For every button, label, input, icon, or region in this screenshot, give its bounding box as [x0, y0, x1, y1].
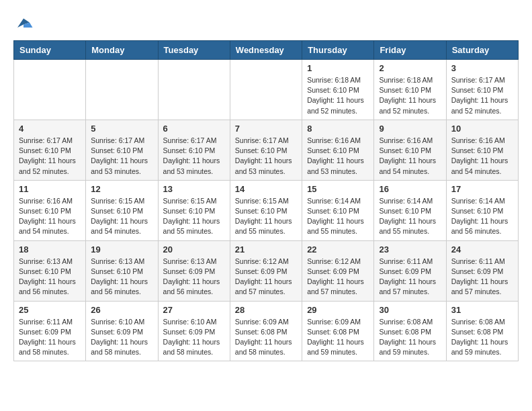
logo — [13, 13, 36, 34]
day-info: Sunrise: 6:17 AM Sunset: 6:10 PM Dayligh… — [19, 136, 81, 177]
day-info: Sunrise: 6:13 AM Sunset: 6:09 PM Dayligh… — [163, 257, 225, 298]
calendar-cell: 16Sunrise: 6:14 AM Sunset: 6:10 PM Dayli… — [374, 180, 446, 240]
day-info: Sunrise: 6:18 AM Sunset: 6:10 PM Dayligh… — [307, 75, 369, 116]
weekday-header-sunday: Sunday — [14, 41, 86, 60]
logo-bird-icon — [13, 13, 34, 34]
calendar-week-row: 18Sunrise: 6:13 AM Sunset: 6:10 PM Dayli… — [14, 240, 519, 301]
day-number: 28 — [235, 305, 297, 315]
day-number: 30 — [379, 305, 441, 315]
day-number: 26 — [91, 305, 152, 315]
day-info: Sunrise: 6:15 AM Sunset: 6:10 PM Dayligh… — [235, 196, 297, 237]
day-number: 3 — [451, 63, 513, 73]
day-info: Sunrise: 6:16 AM Sunset: 6:10 PM Dayligh… — [19, 196, 81, 237]
day-number: 16 — [379, 184, 441, 194]
day-number: 29 — [307, 305, 369, 315]
day-number: 7 — [235, 124, 297, 134]
weekday-header-friday: Friday — [374, 41, 446, 60]
calendar-cell: 6Sunrise: 6:17 AM Sunset: 6:10 PM Daylig… — [158, 120, 230, 180]
calendar-cell: 10Sunrise: 6:16 AM Sunset: 6:10 PM Dayli… — [446, 120, 518, 180]
weekday-header-saturday: Saturday — [446, 41, 518, 60]
day-number: 11 — [19, 184, 81, 194]
calendar-table: SundayMondayTuesdayWednesdayThursdayFrid… — [13, 40, 519, 361]
calendar-cell: 7Sunrise: 6:17 AM Sunset: 6:10 PM Daylig… — [230, 120, 302, 180]
calendar-cell: 28Sunrise: 6:09 AM Sunset: 6:08 PM Dayli… — [230, 301, 302, 361]
day-number: 14 — [235, 184, 297, 194]
calendar-week-row: 25Sunrise: 6:11 AM Sunset: 6:09 PM Dayli… — [14, 301, 519, 361]
calendar-cell: 24Sunrise: 6:11 AM Sunset: 6:09 PM Dayli… — [446, 240, 518, 301]
day-number: 17 — [451, 184, 513, 194]
day-info: Sunrise: 6:13 AM Sunset: 6:10 PM Dayligh… — [91, 257, 152, 298]
day-number: 9 — [379, 124, 441, 134]
weekday-header-wednesday: Wednesday — [230, 41, 302, 60]
calendar-cell: 26Sunrise: 6:10 AM Sunset: 6:09 PM Dayli… — [86, 301, 158, 361]
day-info: Sunrise: 6:10 AM Sunset: 6:09 PM Dayligh… — [91, 317, 152, 358]
weekday-header-thursday: Thursday — [302, 41, 374, 60]
day-number: 18 — [19, 244, 81, 255]
day-number: 6 — [163, 124, 225, 134]
day-number: 21 — [235, 244, 297, 255]
page-header — [13, 13, 519, 34]
calendar-week-row: 11Sunrise: 6:16 AM Sunset: 6:10 PM Dayli… — [14, 180, 519, 240]
day-number: 8 — [307, 124, 369, 134]
day-number: 22 — [307, 244, 369, 255]
calendar-cell: 11Sunrise: 6:16 AM Sunset: 6:10 PM Dayli… — [14, 180, 86, 240]
calendar-cell — [14, 60, 86, 120]
day-info: Sunrise: 6:11 AM Sunset: 6:09 PM Dayligh… — [451, 257, 513, 298]
day-info: Sunrise: 6:13 AM Sunset: 6:10 PM Dayligh… — [19, 257, 81, 298]
day-number: 2 — [379, 63, 441, 73]
day-info: Sunrise: 6:11 AM Sunset: 6:09 PM Dayligh… — [19, 317, 81, 358]
calendar-cell: 1Sunrise: 6:18 AM Sunset: 6:10 PM Daylig… — [302, 60, 374, 120]
calendar-body: 1Sunrise: 6:18 AM Sunset: 6:10 PM Daylig… — [14, 60, 519, 361]
calendar-cell: 21Sunrise: 6:12 AM Sunset: 6:09 PM Dayli… — [230, 240, 302, 301]
day-info: Sunrise: 6:15 AM Sunset: 6:10 PM Dayligh… — [91, 196, 152, 237]
calendar-cell: 30Sunrise: 6:08 AM Sunset: 6:08 PM Dayli… — [374, 301, 446, 361]
weekday-header-tuesday: Tuesday — [158, 41, 230, 60]
calendar-cell: 2Sunrise: 6:18 AM Sunset: 6:10 PM Daylig… — [374, 60, 446, 120]
day-info: Sunrise: 6:17 AM Sunset: 6:10 PM Dayligh… — [235, 136, 297, 177]
day-info: Sunrise: 6:14 AM Sunset: 6:10 PM Dayligh… — [451, 196, 513, 237]
day-number: 12 — [91, 184, 152, 194]
calendar-cell: 8Sunrise: 6:16 AM Sunset: 6:10 PM Daylig… — [302, 120, 374, 180]
day-info: Sunrise: 6:16 AM Sunset: 6:10 PM Dayligh… — [307, 136, 369, 177]
day-number: 25 — [19, 305, 81, 315]
day-info: Sunrise: 6:14 AM Sunset: 6:10 PM Dayligh… — [307, 196, 369, 237]
calendar-cell: 27Sunrise: 6:10 AM Sunset: 6:09 PM Dayli… — [158, 301, 230, 361]
calendar-cell — [158, 60, 230, 120]
day-number: 15 — [307, 184, 369, 194]
calendar-cell — [86, 60, 158, 120]
day-number: 19 — [91, 244, 152, 255]
calendar-cell: 29Sunrise: 6:09 AM Sunset: 6:08 PM Dayli… — [302, 301, 374, 361]
calendar-cell: 23Sunrise: 6:11 AM Sunset: 6:09 PM Dayli… — [374, 240, 446, 301]
day-number: 20 — [163, 244, 225, 255]
day-number: 5 — [91, 124, 152, 134]
calendar-cell: 20Sunrise: 6:13 AM Sunset: 6:09 PM Dayli… — [158, 240, 230, 301]
day-info: Sunrise: 6:17 AM Sunset: 6:10 PM Dayligh… — [163, 136, 225, 177]
calendar-header: SundayMondayTuesdayWednesdayThursdayFrid… — [14, 41, 519, 60]
calendar-cell: 14Sunrise: 6:15 AM Sunset: 6:10 PM Dayli… — [230, 180, 302, 240]
calendar-week-row: 4Sunrise: 6:17 AM Sunset: 6:10 PM Daylig… — [14, 120, 519, 180]
day-number: 24 — [451, 244, 513, 255]
calendar-cell: 22Sunrise: 6:12 AM Sunset: 6:09 PM Dayli… — [302, 240, 374, 301]
day-info: Sunrise: 6:17 AM Sunset: 6:10 PM Dayligh… — [91, 136, 152, 177]
day-number: 13 — [163, 184, 225, 194]
calendar-cell: 13Sunrise: 6:15 AM Sunset: 6:10 PM Dayli… — [158, 180, 230, 240]
calendar-cell: 9Sunrise: 6:16 AM Sunset: 6:10 PM Daylig… — [374, 120, 446, 180]
calendar-cell: 17Sunrise: 6:14 AM Sunset: 6:10 PM Dayli… — [446, 180, 518, 240]
calendar-week-row: 1Sunrise: 6:18 AM Sunset: 6:10 PM Daylig… — [14, 60, 519, 120]
day-info: Sunrise: 6:12 AM Sunset: 6:09 PM Dayligh… — [307, 257, 369, 298]
calendar-cell: 3Sunrise: 6:17 AM Sunset: 6:10 PM Daylig… — [446, 60, 518, 120]
day-info: Sunrise: 6:09 AM Sunset: 6:08 PM Dayligh… — [235, 317, 297, 358]
day-info: Sunrise: 6:09 AM Sunset: 6:08 PM Dayligh… — [307, 317, 369, 358]
calendar-cell: 18Sunrise: 6:13 AM Sunset: 6:10 PM Dayli… — [14, 240, 86, 301]
day-info: Sunrise: 6:15 AM Sunset: 6:10 PM Dayligh… — [163, 196, 225, 237]
day-info: Sunrise: 6:16 AM Sunset: 6:10 PM Dayligh… — [379, 136, 441, 177]
day-number: 10 — [451, 124, 513, 134]
weekday-header-row: SundayMondayTuesdayWednesdayThursdayFrid… — [14, 41, 519, 60]
day-number: 23 — [379, 244, 441, 255]
day-number: 27 — [163, 305, 225, 315]
calendar-cell — [230, 60, 302, 120]
day-info: Sunrise: 6:10 AM Sunset: 6:09 PM Dayligh… — [163, 317, 225, 358]
day-info: Sunrise: 6:17 AM Sunset: 6:10 PM Dayligh… — [451, 75, 513, 116]
day-info: Sunrise: 6:18 AM Sunset: 6:10 PM Dayligh… — [379, 75, 441, 116]
calendar-cell: 4Sunrise: 6:17 AM Sunset: 6:10 PM Daylig… — [14, 120, 86, 180]
